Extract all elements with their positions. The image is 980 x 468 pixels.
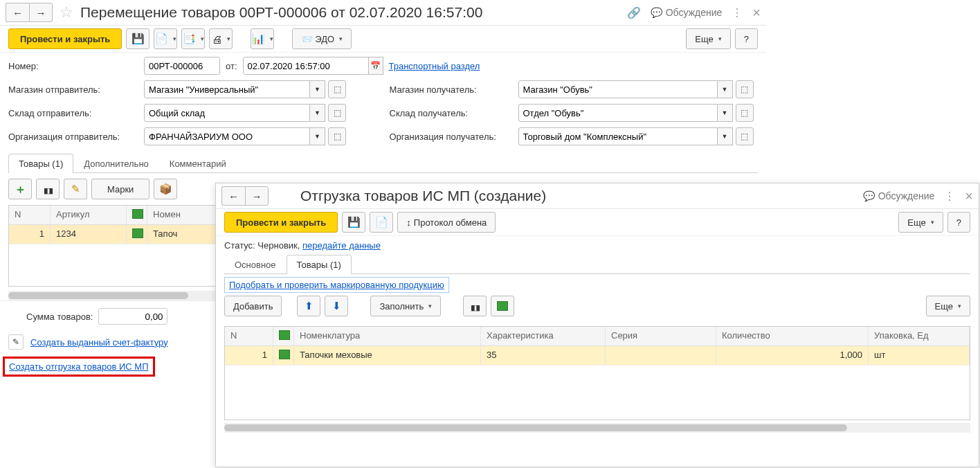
number-label: Номер:	[8, 61, 138, 71]
wh-send-label: Склад отправитель:	[8, 108, 138, 118]
window-title: Отгрузка товаров ИС МП (создание)	[300, 188, 546, 204]
menu-icon[interactable]	[732, 6, 743, 19]
protocol-button[interactable]: ↕ Протокол обмена	[397, 212, 496, 233]
barcode-button[interactable]	[463, 296, 487, 316]
save-button[interactable]: 💾	[342, 212, 365, 233]
store-recv-input[interactable]	[518, 80, 718, 98]
wh-recv-dropdown[interactable]: ▼	[718, 104, 733, 122]
create-invoice-link[interactable]: Создать выданный счет-фактуру	[30, 337, 168, 348]
create-based-on-button[interactable]: 📑	[181, 28, 205, 49]
close-icon[interactable]	[965, 188, 973, 204]
col-series: Серия	[606, 327, 716, 345]
col-n: N	[225, 327, 273, 345]
add-row-button[interactable]: ＋	[8, 179, 32, 199]
window-title: Перемещение товаров 00РТ-000006 от 02.07…	[80, 4, 482, 21]
close-icon[interactable]	[752, 5, 761, 21]
org-send-label: Организация отправитель:	[8, 132, 138, 142]
more-button[interactable]: Еще	[898, 212, 943, 233]
discuss-button[interactable]: Обсуждение	[863, 190, 935, 201]
number-input[interactable]	[144, 57, 220, 75]
favorite-icon[interactable]: ☆	[60, 3, 73, 21]
col-characteristic: Характеристика	[481, 327, 606, 345]
status-value: Черновик,	[257, 240, 300, 251]
col-code-icon	[273, 327, 294, 345]
col-package: Упаковка, Ед	[869, 327, 970, 345]
create-shipment-link[interactable]: Создать отгрузка товаров ИС МП	[9, 361, 149, 372]
col-nomenclature: Номенклатура	[294, 327, 481, 345]
wh-recv-input[interactable]	[518, 104, 718, 122]
barcode-button[interactable]	[36, 179, 60, 199]
post-and-close-button[interactable]: Провести и закрыть	[8, 28, 122, 49]
fill-button[interactable]: Заполнить	[370, 296, 441, 316]
shipment-window: ← → Отгрузка товаров ИС МП (создание) Об…	[215, 183, 979, 467]
tab-goods[interactable]: Товары (1)	[287, 255, 352, 274]
more-button[interactable]: Еще	[686, 28, 730, 49]
sum-label: Сумма товаров:	[26, 312, 93, 322]
sum-input	[98, 308, 167, 325]
tab-additional[interactable]: Дополнительно	[73, 154, 159, 173]
tab-main[interactable]: Основное	[224, 255, 287, 274]
store-send-input[interactable]	[144, 80, 310, 98]
org-recv-label: Организация получатель:	[390, 132, 513, 142]
help-button[interactable]: ?	[735, 28, 758, 49]
tab-comment[interactable]: Комментарий	[159, 154, 237, 173]
col-code-icon	[127, 206, 147, 224]
save-button[interactable]: 💾	[126, 28, 149, 49]
print-button[interactable]: 🖨	[209, 28, 233, 49]
post-button[interactable]: 📄	[154, 28, 177, 49]
org-send-input[interactable]	[144, 127, 310, 145]
wh-recv-open[interactable]: ⬚	[736, 104, 754, 122]
status-label: Статус:	[224, 240, 255, 251]
shipment-grid: N Номенклатура Характеристика Серия Коли…	[224, 326, 970, 420]
org-recv-input[interactable]	[518, 127, 718, 145]
from-label: от:	[226, 61, 237, 71]
nav-back-button[interactable]: ←	[221, 186, 245, 206]
edit-invoice-icon[interactable]: ✎	[8, 334, 24, 350]
col-n: N	[9, 206, 51, 224]
nav-back-button[interactable]: ←	[6, 3, 29, 22]
post-button[interactable]: 📄	[370, 212, 393, 233]
help-button[interactable]: ?	[947, 212, 970, 233]
code-button[interactable]	[491, 296, 514, 316]
wh-send-open[interactable]: ⬚	[328, 104, 346, 122]
more-grid-button[interactable]: Еще	[926, 296, 970, 316]
store-recv-open[interactable]: ⬚	[736, 80, 754, 98]
report-button[interactable]: 📊	[251, 28, 274, 49]
nav-forward-button[interactable]: →	[29, 3, 53, 22]
check-marking-link[interactable]: Подобрать и проверить маркированную прод…	[224, 277, 449, 293]
store-send-label: Магазин отправитель:	[8, 84, 138, 95]
status-link[interactable]: передайте данные	[302, 240, 381, 251]
org-recv-dropdown[interactable]: ▼	[718, 127, 733, 145]
shipment-scrollbar[interactable]	[224, 423, 970, 433]
org-send-dropdown[interactable]: ▼	[310, 127, 325, 145]
org-send-open[interactable]: ⬚	[328, 127, 346, 145]
store-recv-dropdown[interactable]: ▼	[718, 80, 733, 98]
col-quantity: Количество	[716, 327, 869, 345]
menu-icon[interactable]	[944, 190, 955, 203]
org-recv-open[interactable]: ⬚	[736, 127, 754, 145]
store-recv-label: Магазин получатель:	[390, 84, 513, 95]
add-button[interactable]: Добавить	[224, 296, 282, 316]
move-up-button[interactable]: ⬆	[297, 296, 320, 316]
extra-button[interactable]: 📦	[154, 179, 177, 199]
nav-forward-button[interactable]: →	[245, 186, 269, 206]
col-article: Артикул	[51, 206, 127, 224]
move-down-button[interactable]: ⬇	[325, 296, 348, 316]
discuss-button[interactable]: Обсуждение	[651, 7, 723, 18]
wh-recv-label: Склад получатель:	[390, 108, 513, 118]
store-send-dropdown[interactable]: ▼	[310, 80, 325, 98]
transport-link[interactable]: Транспортный раздел	[389, 61, 480, 71]
calendar-button[interactable]	[368, 57, 383, 75]
wh-send-dropdown[interactable]: ▼	[310, 104, 325, 122]
edit-button[interactable]: ✎	[64, 179, 87, 199]
marks-button[interactable]: Марки	[91, 179, 149, 199]
store-send-open[interactable]: ⬚	[328, 80, 346, 98]
wh-send-input[interactable]	[144, 104, 310, 122]
tab-goods[interactable]: Товары (1)	[8, 154, 73, 173]
edo-button[interactable]: 📨 ЭДО	[292, 28, 352, 49]
post-and-close-button[interactable]: Провести и закрыть	[224, 212, 338, 233]
link-icon[interactable]	[627, 6, 641, 19]
shipment-row[interactable]: 1 Тапочки меховые 35 1,000 шт	[225, 346, 970, 366]
date-input[interactable]	[243, 57, 369, 75]
